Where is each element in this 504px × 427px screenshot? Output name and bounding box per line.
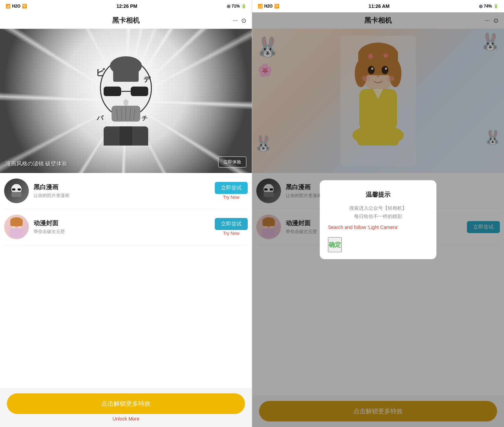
left-anime-thumb-icon: [6, 217, 27, 237]
left-battery-icon: 🔋: [241, 4, 246, 9]
left-hero-banner: ビ デ バ チ 漫画风格の滤镜 破壁体验 立即体验: [0, 29, 252, 173]
right-time: 11:26 AM: [368, 3, 389, 9]
left-app-title: 黑卡相机: [112, 16, 140, 25]
svg-text:チ: チ: [142, 115, 148, 122]
left-phone-panel: 📶 H2O 🛜 12:26 PM ◎ 71% 🔋 黑卡相机 ··· ⊙: [0, 0, 252, 427]
right-dialog-body-en: Search and follow 'Light Camera': [328, 224, 428, 231]
right-dialog-body-zh: 搜索进入公众号【轻相机】 每日给你不一样的精彩: [328, 204, 428, 221]
right-status-left: 📶 H2O 🛜: [258, 4, 279, 9]
svg-text:ビ: ビ: [96, 68, 105, 78]
left-feature-desc-0: 让你的照片变漫画: [34, 193, 210, 199]
left-try-btn-0[interactable]: 立即尝试: [215, 182, 248, 194]
right-carrier: H2O: [264, 4, 273, 9]
right-phone-panel: 📶 H2O 🛜 11:26 AM ◎ 74% 🔋 黑卡相机 ··· ⊙ 🐰 🐰 …: [252, 0, 504, 427]
svg-text:デ: デ: [143, 76, 151, 83]
left-banner-overlay: 漫画风格の滤镜 破壁体验 立即体验: [5, 157, 246, 168]
right-status-right: ◎ 74% 🔋: [479, 4, 499, 9]
left-header-icons: ··· ⊙: [233, 17, 246, 24]
left-camera-icon[interactable]: ⊙: [241, 17, 246, 24]
left-banner-button[interactable]: 立即体验: [218, 157, 246, 168]
left-feature-info-1: 动漫封面 带你击破次元壁: [34, 219, 210, 235]
right-location-icon: ◎: [479, 4, 482, 9]
left-status-bar: 📶 H2O 🛜 12:26 PM ◎ 71% 🔋: [0, 0, 252, 12]
svg-rect-4: [131, 86, 148, 96]
left-feature-name-0: 黑白漫画: [34, 183, 210, 191]
left-carrier: H2O: [12, 4, 21, 9]
left-signal-icon: 📶: [5, 4, 11, 9]
left-feature-item-0: 黑白漫画 让你的照片变漫画 立即尝试 Try Now: [4, 173, 248, 209]
left-feature-thumb-1: [4, 215, 29, 239]
left-manga-thumb-icon: [8, 182, 25, 199]
left-wifi-icon: 🛜: [22, 4, 27, 9]
svg-point-6: [124, 99, 129, 106]
left-manga-bg: ビ デ バ チ: [0, 29, 252, 173]
left-feature-name-1: 动漫封面: [34, 219, 210, 227]
left-app-header: 黑卡相机 ··· ⊙: [0, 12, 252, 29]
svg-rect-14: [119, 126, 132, 146]
left-unlock-section: 点击解锁更多特效 Unlock More: [0, 388, 252, 427]
left-location-icon: ◎: [227, 4, 230, 9]
right-dialog-overlay[interactable]: 温馨提示 搜索进入公众号【轻相机】 每日给你不一样的精彩 Search and …: [252, 12, 504, 427]
right-dialog-title: 温馨提示: [328, 191, 428, 199]
left-manga-face-svg: ビ デ バ チ: [92, 56, 160, 146]
left-try-label-1: Try Now: [223, 231, 239, 236]
left-feature-thumb-0: [4, 178, 29, 203]
left-time: 12:26 PM: [116, 3, 137, 9]
right-dialog-zh-line1: 搜索进入公众号【轻相机】: [328, 204, 428, 212]
left-feature-desc-1: 带你击破次元壁: [34, 229, 210, 235]
right-dialog-box: 温馨提示 搜索进入公众号【轻相机】 每日给你不一样的精彩 Search and …: [320, 180, 436, 259]
right-battery-icon: 🔋: [493, 4, 499, 9]
left-try-wrapper-1: 立即尝试 Try Now: [215, 218, 248, 236]
left-feature-item-1: 动漫封面 带你击破次元壁 立即尝试 Try Now: [4, 209, 248, 245]
svg-rect-21: [17, 188, 21, 191]
svg-rect-20: [12, 188, 15, 191]
left-menu-icon[interactable]: ···: [233, 17, 238, 24]
left-status-left: 📶 H2O 🛜: [5, 4, 27, 9]
right-wifi-icon: 🛜: [274, 4, 279, 9]
right-dialog-zh-line2: 每日给你不一样的精彩: [328, 212, 428, 221]
left-unlock-label: Unlock More: [7, 416, 245, 422]
left-feature-list: 黑白漫画 让你的照片变漫画 立即尝试 Try Now: [0, 173, 252, 388]
left-try-label-0: Try Now: [223, 195, 239, 200]
svg-text:バ: バ: [96, 114, 104, 122]
svg-rect-29: [10, 220, 23, 226]
right-signal-icon: 📶: [258, 4, 263, 9]
svg-rect-27: [10, 228, 23, 237]
left-feature-info-0: 黑白漫画 让你的照片变漫画: [34, 183, 210, 199]
svg-rect-22: [11, 192, 22, 197]
right-battery-pct: 74%: [484, 4, 492, 9]
left-banner-text: 漫画风格の滤镜 破壁体验: [5, 160, 67, 168]
right-status-bar: 📶 H2O 🛜 11:26 AM ◎ 74% 🔋: [252, 0, 504, 12]
left-status-right: ◎ 71% 🔋: [227, 4, 246, 9]
left-unlock-btn[interactable]: 点击解锁更多特效: [7, 393, 245, 414]
left-try-wrapper-0: 立即尝试 Try Now: [215, 182, 248, 200]
svg-rect-2: [113, 63, 139, 82]
right-dialog-confirm-btn[interactable]: 确定: [328, 237, 342, 252]
left-try-btn-1[interactable]: 立即尝试: [215, 218, 248, 230]
left-battery-pct: 71%: [232, 4, 240, 9]
svg-rect-3: [104, 86, 121, 96]
